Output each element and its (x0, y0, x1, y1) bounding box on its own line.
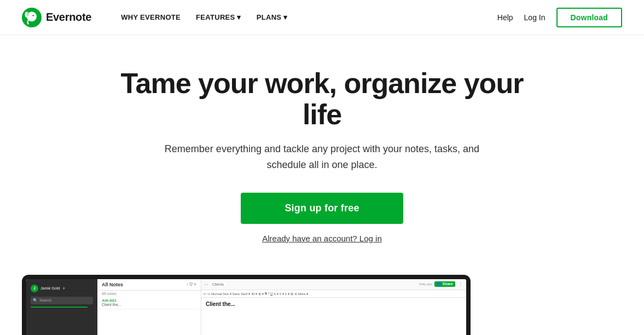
mock-format-redo: ↪ (207, 292, 210, 296)
mock-format-normal: Normal Text ▾ (211, 292, 231, 296)
mock-format-bold: B (265, 292, 267, 295)
mock-more-icon: ⋮ (459, 282, 463, 287)
signup-button[interactable]: Sign up for free (241, 193, 403, 224)
nav-links: WHY EVERNOTE FEATURES ▾ PLANS ▾ (113, 0, 497, 35)
mock-user-row: J Jamie Gold ▾ (26, 282, 97, 294)
mock-format-italic: I (268, 292, 269, 295)
mock-format-insert: ⊕ ▾ (258, 292, 264, 296)
mock-note-item: JUN 2021 Client the... (97, 297, 201, 309)
mock-format-bar: ↩ ↪ Normal Text ▾ Sans Serif ▾ 30 ▾ ⊕ ▾ … (201, 290, 466, 298)
mock-search-label: Search (39, 298, 51, 302)
hero-title: Tame your work, organize your life (109, 68, 536, 130)
mock-format-list: ≡ ▾ (280, 292, 284, 296)
mock-format-link: ⊘ (294, 292, 297, 296)
mock-format-undo: ↩ (204, 292, 206, 296)
evernote-logo-icon (22, 8, 42, 27)
hero-section: Tame your work, organize your life Remem… (0, 35, 644, 269)
nav-plans[interactable]: PLANS ▾ (249, 0, 295, 35)
search-icon: 🔍 (33, 298, 38, 303)
download-button[interactable]: Download (556, 8, 622, 27)
login-link[interactable]: Log In (524, 13, 546, 22)
mock-editor-content: Client the... (201, 298, 466, 313)
mock-share-badge: 👤 Share (434, 281, 455, 287)
mock-notes-header: All Notes ↕ ▽ ≡ (97, 279, 201, 291)
mock-sidebar: J Jamie Gold ▾ 🔍 Search (26, 279, 97, 335)
svg-point-3 (32, 15, 34, 16)
mock-format-more: More ▾ (298, 292, 308, 296)
svg-point-4 (26, 11, 29, 16)
mock-tab: Clients (210, 282, 226, 287)
logo-text: Evernote (46, 11, 91, 24)
mock-avatar: J (31, 285, 38, 292)
nav-right: Help Log In Download (497, 8, 622, 27)
logo-link[interactable]: Evernote (22, 8, 91, 27)
mock-only-you: Only you (419, 282, 432, 286)
mock-active-indicator (31, 307, 88, 308)
mock-editor-toolbar: ‹ › Clients Only you 👤 Share ⋮ (201, 279, 466, 290)
bottom-section: J Jamie Gold ▾ 🔍 Search All Notes ↕ ▽ ≡ … (0, 275, 644, 335)
laptop-screen: J Jamie Gold ▾ 🔍 Search All Notes ↕ ▽ ≡ … (26, 279, 466, 335)
help-link[interactable]: Help (497, 13, 513, 22)
mock-username: Jamie Gold (40, 286, 60, 290)
mock-format-highlight: A ▾ (274, 292, 278, 296)
mock-dropdown-arrow: ▾ (63, 286, 65, 291)
navbar: Evernote WHY EVERNOTE FEATURES ▾ PLANS ▾… (0, 0, 644, 35)
mock-format-size: 30 ▾ (251, 292, 257, 296)
mock-notes-count: 86 notes (97, 291, 201, 297)
hero-subtitle: Remember everything and tackle any proje… (164, 141, 481, 173)
nav-features[interactable]: FEATURES ▾ (188, 0, 249, 35)
mock-sort-icons: ↕ ▽ ≡ (186, 282, 196, 287)
mock-note-preview: Client the... (102, 303, 196, 307)
mock-nav-arrows: ‹ › (205, 282, 208, 286)
share-icon: 👤 (437, 282, 442, 286)
mock-search-box: 🔍 Search (31, 297, 93, 304)
nav-why-evernote[interactable]: WHY EVERNOTE (113, 0, 188, 35)
mock-format-underline: U (270, 292, 272, 295)
mock-notes-list: All Notes ↕ ▽ ≡ 86 notes JUN 2021 Client… (97, 279, 201, 335)
mock-note-date: JUN 2021 (102, 299, 196, 302)
mock-format-font: Sans Serif ▾ (233, 292, 250, 296)
laptop-mockup: J Jamie Gold ▾ 🔍 Search All Notes ↕ ▽ ≡ … (22, 275, 471, 335)
mock-editor: ‹ › Clients Only you 👤 Share ⋮ ↩ ↪ Norma… (201, 279, 466, 335)
mock-format-table: ⊞ (291, 292, 293, 296)
mock-format-align: ≡ ▾ (285, 292, 289, 296)
mock-editor-title: Client the... (206, 301, 462, 307)
login-cta-link[interactable]: Already have an account? Log in (262, 234, 382, 243)
